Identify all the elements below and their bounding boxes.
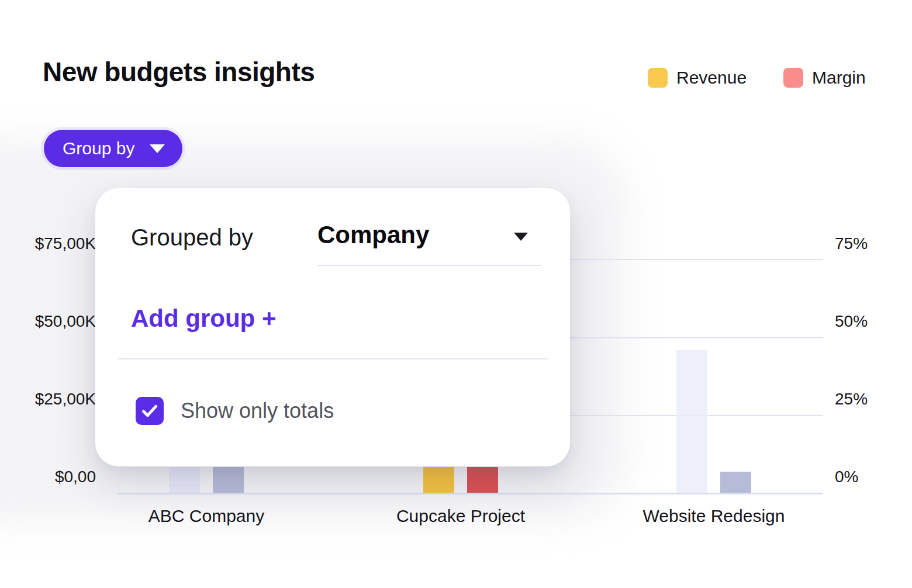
show-only-totals-label[interactable]: Show only totals	[181, 398, 334, 424]
bar-margin-cupcake-project	[467, 467, 498, 493]
revenue-swatch-icon	[648, 68, 668, 88]
left-axis-tick: $50,00K	[0, 312, 96, 331]
right-axis-tick: 50%	[835, 312, 868, 331]
checkmark-icon	[140, 401, 160, 421]
left-axis-tick: $75,00K	[0, 234, 96, 253]
left-axis-tick: $0,00	[0, 468, 96, 486]
legend-item-margin[interactable]: Margin	[783, 68, 866, 88]
bar-revenue-abc-company	[169, 467, 200, 493]
grouped-by-label: Grouped by	[131, 223, 253, 251]
left-axis-tick: $25,00K	[0, 390, 96, 409]
group-by-popup: Grouped by Company Add group + Show only…	[95, 188, 570, 466]
legend-label-margin: Margin	[812, 68, 866, 88]
show-only-totals-checkbox[interactable]	[136, 397, 164, 425]
bar-margin-abc-company	[213, 467, 244, 493]
margin-swatch-icon	[783, 68, 803, 88]
group-by-select[interactable]: Company	[317, 217, 543, 268]
chart-x-axis-line	[117, 493, 823, 494]
x-axis-label: Cupcake Project	[396, 506, 525, 526]
group-by-button-label: Group by	[63, 139, 134, 158]
right-axis-tick: 0%	[835, 468, 858, 486]
group-by-button[interactable]: Group by	[44, 130, 182, 167]
group-by-select-value: Company	[317, 220, 429, 250]
select-underline	[317, 265, 541, 266]
legend-label-revenue: Revenue	[676, 68, 747, 88]
bar-margin-website-redesign	[720, 472, 751, 493]
x-axis-label: ABC Company	[148, 506, 264, 526]
add-group-link[interactable]: Add group +	[131, 303, 276, 334]
popup-divider	[118, 358, 548, 359]
chevron-down-icon	[150, 144, 165, 153]
legend-item-revenue[interactable]: Revenue	[648, 68, 747, 88]
x-axis-label: Website Redesign	[643, 506, 785, 526]
right-axis-tick: 25%	[835, 390, 868, 409]
right-axis-tick: 75%	[835, 234, 868, 253]
select-chevron-down-icon	[514, 233, 528, 241]
bar-revenue-website-redesign	[676, 350, 707, 493]
bar-revenue-cupcake-project	[423, 467, 454, 493]
page-title: New budgets insights	[43, 56, 315, 88]
